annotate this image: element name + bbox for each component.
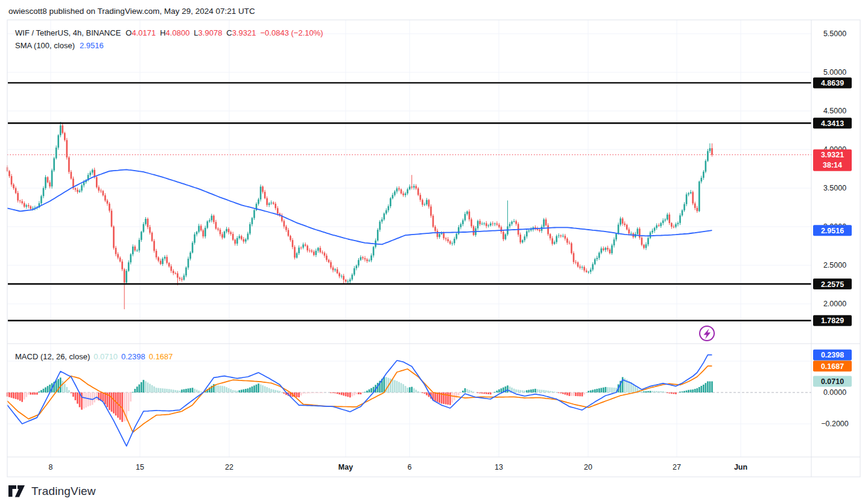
svg-text:4.5000: 4.5000	[823, 107, 846, 115]
macd-signal-line	[7, 366, 712, 432]
svg-text:2.5000: 2.5000	[823, 261, 846, 269]
symbol-title: WIF / TetherUS, 4h, BINANCE	[15, 28, 121, 37]
time-axis[interactable]: 81522May6132027Jun	[49, 463, 748, 471]
tradingview-logo-text[interactable]: TradingView	[31, 485, 96, 498]
svg-text:13: 13	[495, 463, 503, 471]
macd-line-value: 0.2398	[121, 352, 145, 361]
chart-canvas[interactable]: 5.50005.00004.50004.00003.50003.00002.50…	[0, 0, 868, 504]
sma-value: 2.9516	[80, 41, 104, 50]
svg-text:5.0000: 5.0000	[823, 68, 846, 77]
macd-label: MACD (12, 26, close)	[15, 352, 90, 361]
svg-text:0.2398: 0.2398	[821, 351, 844, 359]
symbol-legend[interactable]: WIF / TetherUS, 4h, BINANCEO4.0171H4.080…	[15, 27, 323, 52]
sma-label: SMA (100, close)	[15, 41, 75, 50]
ohlc-item: L3.9078	[194, 28, 222, 37]
ohlc-item: C3.9321	[226, 28, 256, 37]
macd-histogram	[7, 377, 713, 422]
macd-signal-value: 0.1687	[149, 352, 173, 361]
svg-text:27: 27	[673, 463, 681, 471]
svg-text:15: 15	[136, 463, 144, 471]
svg-text:Jun: Jun	[734, 463, 747, 471]
change-value: −0.0843 (−2.10%)	[261, 28, 323, 37]
svg-text:5.5000: 5.5000	[823, 30, 846, 38]
tradingview-published-chart: owiescott8 published on TradingView.com,…	[0, 0, 868, 504]
macd-legend[interactable]: MACD (12, 26, close)0.07100.23980.1687	[15, 352, 177, 361]
svg-text:2.9516: 2.9516	[821, 227, 844, 235]
svg-text:6: 6	[408, 463, 412, 471]
svg-text:20: 20	[584, 463, 592, 471]
ohlc-values: O4.0171H4.0800L3.9078C3.9321	[125, 28, 260, 37]
svg-text:0.0710: 0.0710	[821, 377, 844, 386]
tradingview-logo-icon[interactable]	[8, 485, 27, 498]
symbol-legend-row-sma: SMA (100, close)2.9516	[15, 39, 323, 52]
svg-text:4.3413: 4.3413	[821, 119, 844, 128]
svg-text:2.0000: 2.0000	[823, 300, 846, 308]
last-price-badge: 3.9321	[821, 151, 844, 159]
flash-icon[interactable]	[700, 326, 714, 341]
svg-text:3.5000: 3.5000	[823, 184, 846, 192]
ohlc-item: O4.0171	[125, 28, 156, 37]
macd-hist-value: 0.0710	[93, 352, 118, 361]
svg-text:8: 8	[49, 463, 53, 471]
svg-text:4.8639: 4.8639	[821, 79, 844, 87]
ohlc-item: H4.0800	[160, 28, 189, 37]
svg-text:May: May	[338, 463, 353, 471]
footer: TradingView	[8, 482, 96, 500]
axis-badges: 4.86394.34132.25751.78293.932138:142.951…	[813, 77, 852, 386]
svg-text:2.2575: 2.2575	[821, 280, 844, 289]
candlestick-series[interactable]	[7, 122, 713, 309]
svg-text:22: 22	[225, 463, 233, 471]
svg-text:1.7829: 1.7829	[821, 317, 844, 325]
svg-text:−0.2000: −0.2000	[821, 420, 849, 428]
svg-text:0.1687: 0.1687	[821, 362, 844, 371]
bar-countdown: 38:14	[823, 161, 842, 169]
symbol-legend-row-main: WIF / TetherUS, 4h, BINANCEO4.0171H4.080…	[15, 27, 323, 39]
svg-text:0.0000: 0.0000	[823, 388, 846, 397]
